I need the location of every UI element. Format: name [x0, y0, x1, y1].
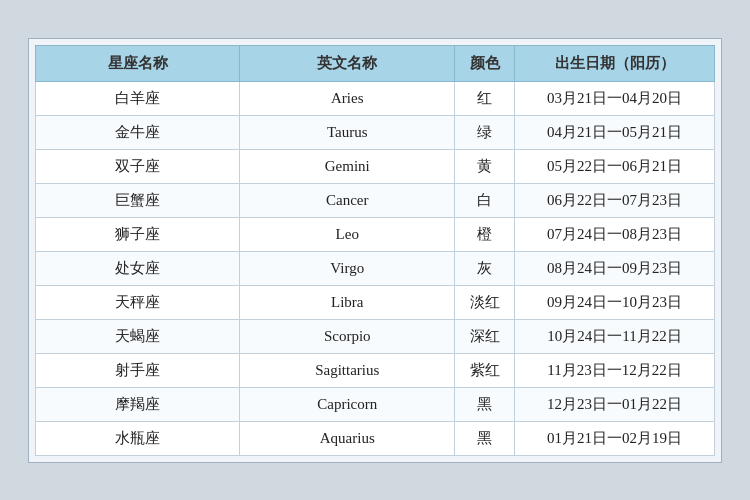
cell-chinese-name: 白羊座 [36, 81, 240, 115]
cell-dates: 09月24日一10月23日 [515, 285, 715, 319]
cell-color: 黑 [455, 421, 515, 455]
cell-color: 绿 [455, 115, 515, 149]
cell-dates: 12月23日一01月22日 [515, 387, 715, 421]
cell-color: 橙 [455, 217, 515, 251]
cell-chinese-name: 巨蟹座 [36, 183, 240, 217]
zodiac-table: 星座名称 英文名称 颜色 出生日期（阳历） 白羊座Aries红03月21日一04… [35, 45, 715, 456]
table-row: 巨蟹座Cancer白06月22日一07月23日 [36, 183, 715, 217]
cell-english-name: Taurus [240, 115, 455, 149]
table-row: 处女座Virgo灰08月24日一09月23日 [36, 251, 715, 285]
cell-english-name: Cancer [240, 183, 455, 217]
header-english-name: 英文名称 [240, 45, 455, 81]
cell-dates: 04月21日一05月21日 [515, 115, 715, 149]
cell-english-name: Libra [240, 285, 455, 319]
cell-dates: 08月24日一09月23日 [515, 251, 715, 285]
table-header-row: 星座名称 英文名称 颜色 出生日期（阳历） [36, 45, 715, 81]
cell-english-name: Capricorn [240, 387, 455, 421]
cell-chinese-name: 天蝎座 [36, 319, 240, 353]
cell-color: 白 [455, 183, 515, 217]
cell-dates: 10月24日一11月22日 [515, 319, 715, 353]
cell-dates: 11月23日一12月22日 [515, 353, 715, 387]
cell-chinese-name: 双子座 [36, 149, 240, 183]
cell-dates: 07月24日一08月23日 [515, 217, 715, 251]
cell-chinese-name: 狮子座 [36, 217, 240, 251]
cell-color: 黑 [455, 387, 515, 421]
cell-english-name: Aries [240, 81, 455, 115]
cell-chinese-name: 天秤座 [36, 285, 240, 319]
cell-color: 淡红 [455, 285, 515, 319]
header-color: 颜色 [455, 45, 515, 81]
table-body: 白羊座Aries红03月21日一04月20日金牛座Taurus绿04月21日一0… [36, 81, 715, 455]
header-chinese-name: 星座名称 [36, 45, 240, 81]
cell-dates: 03月21日一04月20日 [515, 81, 715, 115]
cell-color: 深红 [455, 319, 515, 353]
cell-color: 黄 [455, 149, 515, 183]
table-row: 射手座Sagittarius紫红11月23日一12月22日 [36, 353, 715, 387]
table-row: 双子座Gemini黄05月22日一06月21日 [36, 149, 715, 183]
cell-english-name: Sagittarius [240, 353, 455, 387]
table-row: 金牛座Taurus绿04月21日一05月21日 [36, 115, 715, 149]
table-row: 白羊座Aries红03月21日一04月20日 [36, 81, 715, 115]
header-dates: 出生日期（阳历） [515, 45, 715, 81]
table-row: 天秤座Libra淡红09月24日一10月23日 [36, 285, 715, 319]
cell-english-name: Gemini [240, 149, 455, 183]
cell-chinese-name: 金牛座 [36, 115, 240, 149]
cell-color: 紫红 [455, 353, 515, 387]
cell-english-name: Leo [240, 217, 455, 251]
cell-dates: 06月22日一07月23日 [515, 183, 715, 217]
cell-english-name: Virgo [240, 251, 455, 285]
cell-chinese-name: 水瓶座 [36, 421, 240, 455]
cell-chinese-name: 射手座 [36, 353, 240, 387]
table-row: 天蝎座Scorpio深红10月24日一11月22日 [36, 319, 715, 353]
cell-english-name: Aquarius [240, 421, 455, 455]
table-row: 摩羯座Capricorn黑12月23日一01月22日 [36, 387, 715, 421]
table-row: 狮子座Leo橙07月24日一08月23日 [36, 217, 715, 251]
cell-chinese-name: 摩羯座 [36, 387, 240, 421]
zodiac-table-container: 星座名称 英文名称 颜色 出生日期（阳历） 白羊座Aries红03月21日一04… [28, 38, 722, 463]
cell-dates: 01月21日一02月19日 [515, 421, 715, 455]
cell-english-name: Scorpio [240, 319, 455, 353]
cell-color: 红 [455, 81, 515, 115]
cell-chinese-name: 处女座 [36, 251, 240, 285]
cell-dates: 05月22日一06月21日 [515, 149, 715, 183]
cell-color: 灰 [455, 251, 515, 285]
table-row: 水瓶座Aquarius黑01月21日一02月19日 [36, 421, 715, 455]
